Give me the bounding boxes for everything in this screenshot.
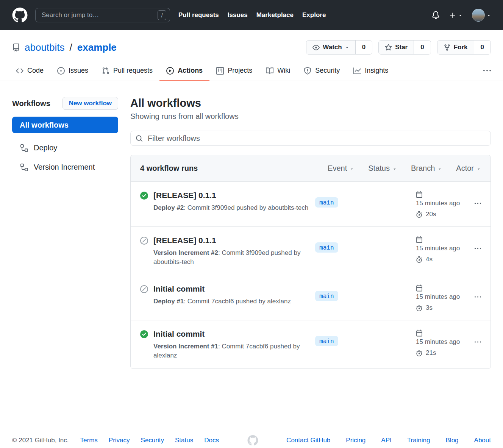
filter-workflows-input[interactable] xyxy=(147,134,486,143)
run-duration: 21s xyxy=(426,349,436,357)
branch-badge[interactable]: main xyxy=(315,336,338,346)
run-title-link[interactable]: Initial commit xyxy=(153,329,312,339)
run-description: Version Increment #2: Commit 3f909ed pus… xyxy=(153,248,312,267)
nav-item-pull-requests[interactable]: Pull requests xyxy=(178,11,219,19)
run-duration: 3s xyxy=(426,304,433,312)
tab-code[interactable]: Code xyxy=(9,61,50,81)
watch-label: Watch xyxy=(323,44,342,51)
repo-name-link[interactable]: example xyxy=(77,42,117,53)
calendar-icon xyxy=(416,284,423,292)
run-meta: 15 minutes ago 20s xyxy=(416,190,481,218)
runs-filters: Event Status Branch Actor xyxy=(328,164,481,173)
footer-link-docs[interactable]: Docs xyxy=(204,437,219,444)
footer-link-status[interactable]: Status xyxy=(175,437,193,444)
fork-label: Fork xyxy=(454,44,468,51)
nav-item-explore[interactable]: Explore xyxy=(302,11,326,19)
branch-badge[interactable]: main xyxy=(315,197,338,208)
run-title-link[interactable]: Initial commit xyxy=(153,284,291,294)
tab-insights[interactable]: Insights xyxy=(347,61,395,81)
footer-link-terms[interactable]: Terms xyxy=(80,437,98,444)
kebab-icon xyxy=(475,245,481,252)
run-description: Version Increment #1: Commit 7cacbf6 pus… xyxy=(153,342,312,360)
tab-code-label: Code xyxy=(27,67,44,75)
repo-owner-link[interactable]: aboutbits xyxy=(25,42,65,53)
footer-link-about[interactable]: About xyxy=(474,437,491,444)
watch-button[interactable]: Watch xyxy=(306,41,355,54)
branch-badge[interactable]: main xyxy=(315,242,338,253)
kebab-icon xyxy=(475,339,481,345)
search-input[interactable] xyxy=(41,11,158,19)
user-menu-button[interactable] xyxy=(472,9,491,22)
new-workflow-button[interactable]: New workflow xyxy=(62,97,118,110)
status-success-icon xyxy=(140,330,148,338)
fork-button[interactable]: Fork xyxy=(437,41,474,54)
search-icon xyxy=(136,135,143,142)
caret-down-icon xyxy=(350,167,354,171)
run-options-button[interactable] xyxy=(475,339,481,345)
filter-event[interactable]: Event xyxy=(328,164,354,173)
run-options-button[interactable] xyxy=(475,294,481,300)
avatar xyxy=(472,9,485,22)
star-icon xyxy=(385,44,392,51)
star-button[interactable]: Star xyxy=(379,41,414,54)
graph-icon xyxy=(353,67,361,75)
tab-issues[interactable]: Issues xyxy=(50,61,95,81)
tab-wiki-label: Wiki xyxy=(277,67,290,75)
caret-down-icon xyxy=(437,167,442,171)
footer-link-blog[interactable]: Blog xyxy=(446,437,459,444)
run-meta: 15 minutes ago 4s xyxy=(416,235,481,263)
tab-overflow-button[interactable] xyxy=(480,63,494,78)
github-logo[interactable] xyxy=(12,8,28,23)
nav-item-issues[interactable]: Issues xyxy=(228,11,248,19)
status-skipped-icon xyxy=(140,285,148,293)
tab-wiki[interactable]: Wiki xyxy=(259,61,297,81)
run-options-button[interactable] xyxy=(475,245,481,252)
workflow-runs-card: 4 workflow runs Event Status Branch xyxy=(130,155,491,369)
tab-actions[interactable]: Actions xyxy=(159,61,209,81)
caret-down-icon xyxy=(345,45,349,50)
stopwatch-icon xyxy=(416,350,422,356)
tab-pull-requests[interactable]: Pull requests xyxy=(95,61,159,81)
filter-branch[interactable]: Branch xyxy=(411,164,442,173)
tab-security[interactable]: Security xyxy=(297,61,347,81)
star-count[interactable]: 0 xyxy=(414,41,430,54)
run-title-link[interactable]: [RELEASE] 0.1.1 xyxy=(153,235,312,245)
run-duration: 20s xyxy=(426,211,436,218)
sidebar-item-all-workflows[interactable]: All workflows xyxy=(12,117,118,133)
run-time: 15 minutes ago xyxy=(416,338,460,346)
calendar-icon xyxy=(416,236,423,243)
footer-link-training[interactable]: Training xyxy=(407,437,430,444)
repo-actions: Watch 0 Star 0 Fork 0 xyxy=(306,40,491,55)
sidebar-item-deploy[interactable]: Deploy xyxy=(12,138,118,158)
repo-header: aboutbits / example Watch 0 Star 0 Fork … xyxy=(0,30,503,61)
notifications-button[interactable] xyxy=(432,11,440,19)
site-footer: © 2021 GitHub, Inc. Terms Privacy Securi… xyxy=(12,416,491,448)
footer-link-contact-github[interactable]: Contact GitHub xyxy=(286,437,330,444)
sidebar-item-version-increment[interactable]: Version Increment xyxy=(12,158,118,177)
footer-link-api[interactable]: API xyxy=(381,437,391,444)
filter-actor[interactable]: Actor xyxy=(456,164,481,173)
footer-link-security[interactable]: Security xyxy=(141,437,164,444)
github-footer-mark-icon[interactable] xyxy=(247,435,258,446)
workflow-run-row: [RELEASE] 0.1.1 Deploy #2: Commit 3f909e… xyxy=(131,181,491,226)
code-icon xyxy=(16,67,23,75)
fork-count[interactable]: 0 xyxy=(474,41,491,54)
watch-count[interactable]: 0 xyxy=(356,41,372,54)
branch-badge[interactable]: main xyxy=(315,291,338,301)
filter-status[interactable]: Status xyxy=(368,164,397,173)
create-new-button[interactable] xyxy=(449,12,462,19)
tab-projects[interactable]: Projects xyxy=(209,61,259,81)
workflow-run-row: [RELEASE] 0.1.1 Version Increment #2: Co… xyxy=(131,226,491,275)
runs-header: 4 workflow runs Event Status Branch xyxy=(131,155,491,181)
repo-breadcrumb: aboutbits / example xyxy=(12,42,117,53)
run-title-link[interactable]: [RELEASE] 0.1.1 xyxy=(153,190,308,200)
calendar-icon xyxy=(416,191,423,198)
nav-item-marketplace[interactable]: Marketplace xyxy=(256,11,294,19)
main-content: All workflows Showing runs from all work… xyxy=(130,97,491,369)
tab-issues-label: Issues xyxy=(69,67,88,75)
workflow-label: Version Increment xyxy=(34,163,95,172)
workflow-icon xyxy=(20,164,28,171)
footer-link-privacy[interactable]: Privacy xyxy=(109,437,130,444)
run-options-button[interactable] xyxy=(475,200,481,207)
footer-link-pricing[interactable]: Pricing xyxy=(346,437,366,444)
